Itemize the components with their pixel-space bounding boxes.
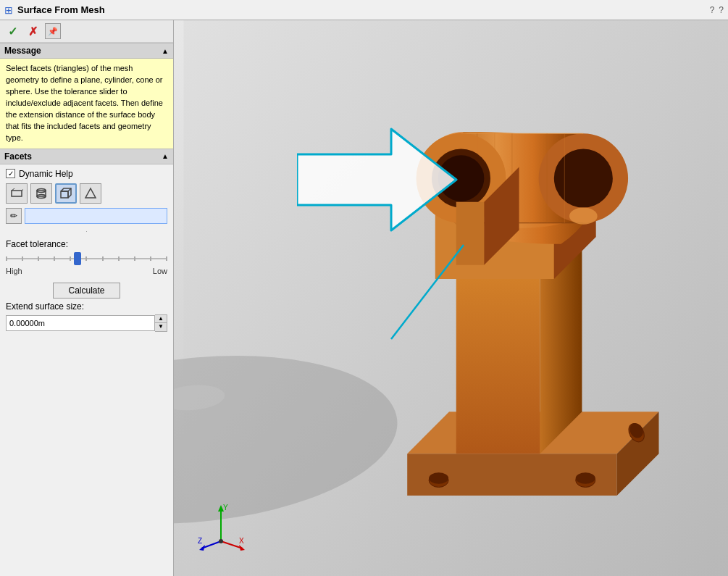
help-button-2[interactable]: ? xyxy=(719,5,724,15)
cylinder-button[interactable] xyxy=(30,183,52,204)
svg-point-48 xyxy=(569,208,598,225)
svg-line-2 xyxy=(22,188,23,191)
arrow-annotation xyxy=(297,114,464,247)
pin-button[interactable]: 📌 xyxy=(45,23,61,39)
confirm-button[interactable]: ✓ xyxy=(4,23,20,39)
cancel-button[interactable]: ✗ xyxy=(25,23,41,39)
input-dot: · xyxy=(6,228,167,235)
facets-section-header[interactable]: Facets ▲ xyxy=(0,149,173,164)
selection-input-row: ✏ xyxy=(6,208,167,224)
svg-marker-51 xyxy=(297,129,456,230)
shape-buttons xyxy=(6,183,167,204)
svg-marker-10 xyxy=(85,188,96,198)
tolerance-slider-thumb[interactable] xyxy=(74,252,81,265)
spinner-down-button[interactable]: ▼ xyxy=(155,323,167,331)
svg-point-18 xyxy=(429,472,448,483)
message-text: Select facets (triangles) of the mesh ge… xyxy=(6,64,163,142)
title-bar-title: Surface From Mesh xyxy=(17,4,706,15)
svg-marker-58 xyxy=(239,545,245,551)
slider-low-label: Low xyxy=(153,267,167,275)
message-chevron-icon: ▲ xyxy=(162,47,169,55)
svg-marker-23 xyxy=(456,265,540,454)
spinner-buttons: ▲ ▼ xyxy=(155,314,167,332)
title-bar: ⊞ Surface From Mesh ? ? xyxy=(0,0,728,20)
slider-high-label: High xyxy=(6,267,22,275)
svg-text:X: X xyxy=(239,537,244,545)
cone-button[interactable] xyxy=(80,183,101,204)
svg-point-63 xyxy=(219,539,223,543)
message-section-label: Message xyxy=(4,46,41,56)
extend-input-row: ▲ ▼ xyxy=(6,314,167,332)
facets-chevron-icon: ▲ xyxy=(162,152,169,160)
dynamic-help-label: Dynamic Help xyxy=(19,169,73,179)
help-button-1[interactable]: ? xyxy=(710,5,715,15)
facets-content: ✓ Dynamic Help ✏ xyxy=(0,164,173,239)
message-content: Select facets (triangles) of the mesh ge… xyxy=(0,59,173,149)
message-section-header[interactable]: Message ▲ xyxy=(0,43,173,59)
slider-dots xyxy=(6,256,167,261)
svg-text:Z: Z xyxy=(198,537,202,545)
left-panel: ✓ ✗ 📌 Message ▲ Select facets (triangles… xyxy=(0,20,174,576)
main-layout: ✓ ✗ 📌 Message ▲ Select facets (triangles… xyxy=(0,20,728,576)
spinner-up-button[interactable]: ▲ xyxy=(155,315,167,323)
svg-rect-0 xyxy=(12,191,22,196)
extend-surface-input[interactable] xyxy=(6,315,155,331)
dynamic-help-row: ✓ Dynamic Help xyxy=(6,169,167,179)
svg-rect-6 xyxy=(61,191,68,198)
extend-surface-label: Extend surface size: xyxy=(6,301,167,312)
facet-tolerance-label: Facet tolerance: xyxy=(6,239,167,249)
svg-point-20 xyxy=(576,472,595,483)
title-bar-icon: ⊞ xyxy=(4,4,13,16)
calculate-button[interactable]: Calculate xyxy=(53,283,120,299)
box-button[interactable] xyxy=(55,183,77,204)
axis-indicator: Y X Z xyxy=(196,501,246,554)
viewport-svg xyxy=(174,20,728,576)
facet-tolerance-section: Facet tolerance: High Low xyxy=(0,239,173,280)
slider-labels: High Low xyxy=(6,267,167,275)
svg-text:Y: Y xyxy=(223,504,228,512)
tolerance-slider-container xyxy=(6,252,167,265)
dynamic-help-checkbox[interactable]: ✓ xyxy=(6,169,15,178)
selection-input[interactable] xyxy=(25,208,167,224)
toolbar: ✓ ✗ 📌 xyxy=(0,20,173,43)
facets-section-label: Facets xyxy=(4,151,32,162)
pencil-button[interactable]: ✏ xyxy=(6,208,22,224)
extend-surface-section: Extend surface size: ▲ ▼ xyxy=(0,301,173,336)
svg-point-36 xyxy=(554,149,613,208)
viewport[interactable]: Y X Z xyxy=(174,20,728,576)
plane-button[interactable] xyxy=(6,183,28,204)
svg-marker-61 xyxy=(199,545,205,551)
